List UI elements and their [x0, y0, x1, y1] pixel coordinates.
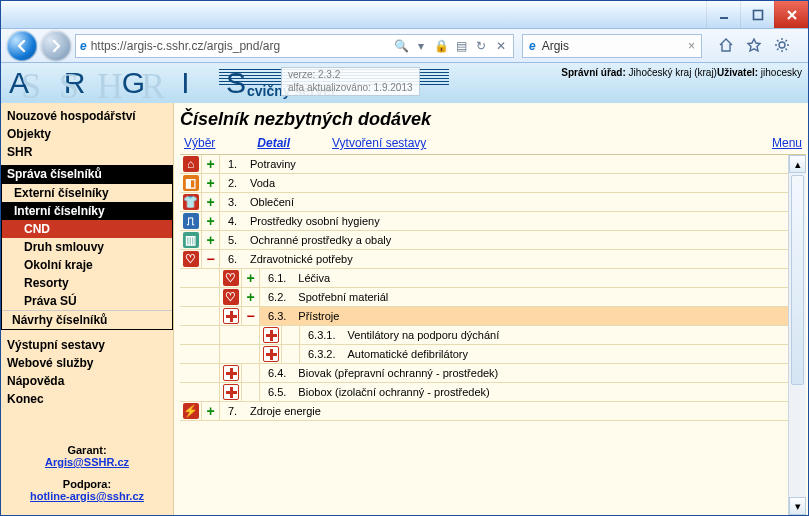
- nav-shr[interactable]: SHR: [1, 143, 173, 161]
- nav-konec[interactable]: Konec: [1, 390, 173, 408]
- scroll-thumb[interactable]: [791, 175, 804, 385]
- tab-close-icon[interactable]: ×: [688, 39, 695, 53]
- window-maximize-button[interactable]: [740, 1, 774, 28]
- nav-externi[interactable]: Externí číselníky: [2, 184, 172, 202]
- tree-row-3[interactable]: 👕 + 3. Oblečení: [180, 193, 788, 212]
- row-text: Biobox (izolační ochranný - prostředek): [292, 383, 788, 401]
- expand-icon[interactable]: +: [202, 155, 220, 173]
- nav-prava-su[interactable]: Práva SÚ: [2, 292, 172, 310]
- nav-interni[interactable]: Interní číselníky: [2, 202, 172, 220]
- nav-objekty[interactable]: Objekty: [1, 125, 173, 143]
- nav-druh-smlouvy[interactable]: Druh smlouvy: [2, 238, 172, 256]
- vertical-scrollbar[interactable]: ▴ ▾: [788, 155, 806, 515]
- tab-detail[interactable]: Detail: [257, 136, 290, 150]
- window-minimize-button[interactable]: [706, 1, 740, 28]
- expand-icon[interactable]: +: [202, 193, 220, 211]
- nav-okolni-kraje[interactable]: Okolní kraje: [2, 256, 172, 274]
- nav-webove[interactable]: Webové služby: [1, 354, 173, 372]
- row-number: 6.5.: [260, 383, 292, 401]
- nav-navrhy[interactable]: Návrhy číselníků: [2, 310, 172, 329]
- category-icon: 👕: [183, 194, 199, 210]
- browser-tab[interactable]: e Argis ×: [522, 34, 702, 58]
- cross-icon: [263, 327, 279, 343]
- expand-icon[interactable]: +: [242, 269, 260, 287]
- row-number: 6.: [220, 250, 244, 268]
- tree-row-1[interactable]: ⌂ + 1. Potraviny: [180, 155, 788, 174]
- cross-icon: [223, 384, 239, 400]
- nav-cnd[interactable]: CND: [2, 220, 172, 238]
- page-title: Číselník nezbytných dodávek: [180, 109, 806, 130]
- category-icon: ◧: [183, 175, 199, 191]
- tree-row-6-5[interactable]: 6.5. Biobox (izolační ochranný - prostře…: [180, 383, 788, 402]
- expand-icon[interactable]: +: [202, 174, 220, 192]
- row-number: 6.3.1.: [300, 326, 342, 344]
- row-text: Automatické defibrilátory: [342, 345, 788, 363]
- nav-resorty[interactable]: Resorty: [2, 274, 172, 292]
- garant-email-link[interactable]: Argis@SSHR.cz: [45, 456, 129, 468]
- tree-row-6[interactable]: ♡ − 6. Zdravotnické potřeby: [180, 250, 788, 269]
- tools-icon[interactable]: [774, 37, 790, 55]
- tree-row-5[interactable]: ▥ + 5. Ochranné prostředky a obaly: [180, 231, 788, 250]
- scroll-down-button[interactable]: ▾: [789, 497, 806, 515]
- tree-row-4[interactable]: ⎍ + 4. Prostředky osobní hygieny: [180, 212, 788, 231]
- expand-placeholder: [242, 364, 260, 382]
- window-close-button[interactable]: [774, 1, 808, 28]
- cross-icon: [263, 346, 279, 362]
- nav-nouzove[interactable]: Nouzové hospodářství: [1, 107, 173, 125]
- refresh-icon[interactable]: ↻: [473, 38, 489, 54]
- row-number: 6.1.: [260, 269, 292, 287]
- tab-vyber[interactable]: Výběr: [184, 136, 215, 150]
- content-tabs: Výběr Detail Vytvoření sestavy Menu: [180, 136, 806, 154]
- compat-icon[interactable]: ▤: [453, 38, 469, 54]
- address-bar[interactable]: e https://argis-c.sshr.cz/argis_pnd/arg …: [75, 34, 514, 58]
- nav-forward-button[interactable]: [41, 31, 71, 61]
- favorites-icon[interactable]: [746, 37, 762, 55]
- expand-icon[interactable]: +: [242, 288, 260, 306]
- tab-sestavy[interactable]: Vytvoření sestavy: [332, 136, 426, 150]
- expand-icon[interactable]: +: [202, 212, 220, 230]
- tree-row-6-4[interactable]: 6.4. Biovak (přepravní ochranný - prostř…: [180, 364, 788, 383]
- version-box: verze: 2.3.2 alfa aktualizováno: 1.9.201…: [281, 67, 420, 96]
- expand-icon[interactable]: +: [202, 402, 220, 420]
- browser-toolbar: e https://argis-c.sshr.cz/argis_pnd/arg …: [1, 29, 808, 63]
- version-text: verze: 2.3.2: [288, 69, 413, 82]
- dropdown-icon[interactable]: ▾: [413, 38, 429, 54]
- expand-icon[interactable]: +: [202, 231, 220, 249]
- tree-row-6-1[interactable]: ♡ + 6.1. Léčiva: [180, 269, 788, 288]
- category-icon: ⎍: [183, 213, 199, 229]
- nav-back-button[interactable]: [7, 31, 37, 61]
- ie-icon: e: [529, 39, 536, 53]
- row-text: Spotřební materiál: [292, 288, 788, 306]
- category-icon: ♡: [183, 251, 199, 267]
- collapse-icon[interactable]: −: [202, 250, 220, 268]
- collapse-icon[interactable]: −: [242, 307, 260, 325]
- category-icon: ⌂: [183, 156, 199, 172]
- tree-row-2[interactable]: ◧ + 2. Voda: [180, 174, 788, 193]
- row-text: Zdravotnické potřeby: [244, 250, 788, 268]
- svg-point-1: [779, 42, 785, 48]
- tree-view: ⌂ + 1. Potraviny ◧ + 2. Voda 👕: [180, 155, 788, 515]
- tree-row-6-2[interactable]: ♡ + 6.2. Spotřební materiál: [180, 288, 788, 307]
- support-email-link[interactable]: hotline-argis@sshr.cz: [30, 490, 144, 502]
- tree-row-6-3-1[interactable]: 6.3.1. Ventilátory na podporu dýchání: [180, 326, 788, 345]
- tree-row-7[interactable]: ⚡ + 7. Zdroje energie: [180, 402, 788, 421]
- app-banner: SSHR A R G I S cvičný server verze: 2.3.…: [1, 63, 808, 103]
- nav-group-sprava[interactable]: Správa číselníků: [1, 165, 173, 183]
- tree-row-6-3-2[interactable]: 6.3.2. Automatické defibrilátory: [180, 345, 788, 364]
- tab-menu[interactable]: Menu: [772, 136, 802, 150]
- row-number: 1.: [220, 155, 244, 173]
- scroll-up-button[interactable]: ▴: [789, 155, 806, 173]
- expand-placeholder: [282, 345, 300, 363]
- home-icon[interactable]: [718, 37, 734, 55]
- row-number: 6.2.: [260, 288, 292, 306]
- support-label: Podpora:: [1, 478, 173, 490]
- tree-row-6-3[interactable]: − 6.3. Přístroje: [180, 307, 788, 326]
- row-number: 5.: [220, 231, 244, 249]
- search-icon[interactable]: 🔍: [393, 38, 409, 54]
- header-meta: Správní úřad: Jihočeský kraj (kraj)Uživa…: [561, 67, 802, 78]
- expand-placeholder: [242, 383, 260, 401]
- row-text: Přístroje: [292, 307, 788, 325]
- stop-icon[interactable]: ✕: [493, 38, 509, 54]
- nav-napoveda[interactable]: Nápověda: [1, 372, 173, 390]
- nav-vystupni[interactable]: Výstupní sestavy: [1, 336, 173, 354]
